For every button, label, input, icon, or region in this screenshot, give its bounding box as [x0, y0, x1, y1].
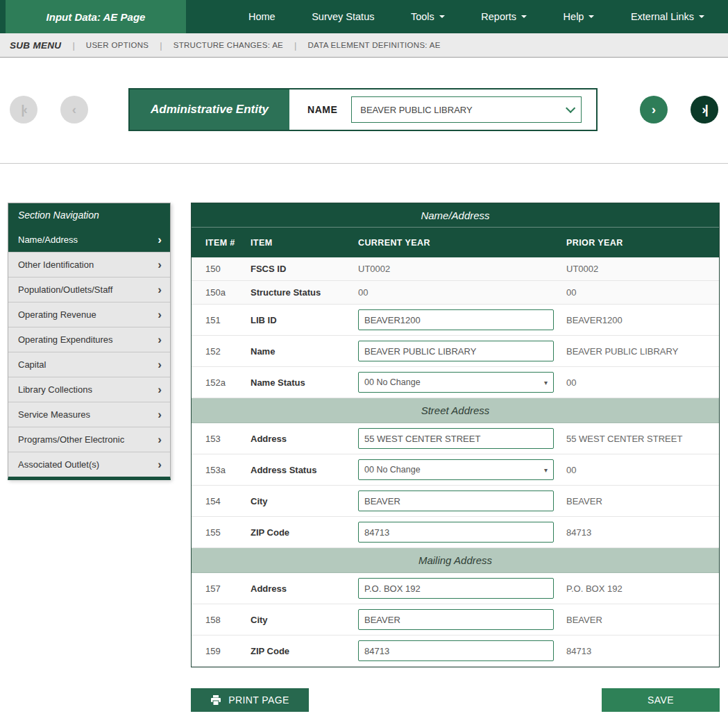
prior-year-value: 00	[566, 287, 719, 298]
skip-to-last-icon: ›|	[702, 102, 707, 117]
sidebar-item-operating-expenditures[interactable]: Operating Expenditures›	[8, 327, 170, 352]
section-nav-title-text: Section Navigation	[18, 210, 99, 221]
sidebar-item-service-measures[interactable]: Service Measures›	[8, 402, 170, 427]
chevron-left-icon: ‹	[72, 102, 76, 117]
item-label: FSCS ID	[251, 264, 358, 274]
separator: |	[160, 40, 162, 51]
caret-down-icon	[521, 15, 527, 18]
item-number: 154	[205, 496, 251, 506]
sidebar-item-label: Service Measures	[18, 409, 90, 420]
prior-year-value: BEAVER	[566, 615, 719, 625]
item-label: LIB ID	[251, 315, 358, 325]
entity-name-select[interactable]: BEAVER PUBLIC LIBRARY	[351, 96, 582, 123]
section-header-street-address: Street Address	[192, 398, 719, 423]
submenu-item-structure-changes-ae[interactable]: STRUCTURE CHANGES: AE	[173, 41, 283, 49]
sidebar-item-label: Population/Outlets/Staff	[18, 284, 112, 295]
item-number: 159	[205, 646, 251, 656]
first-record-button[interactable]: |‹	[10, 96, 37, 123]
item-label: Address Status	[251, 465, 358, 475]
previous-record-button[interactable]: ‹	[60, 96, 88, 123]
chevron-right-icon: ›	[158, 459, 162, 470]
top-nav: Input Data: AE Page HomeSurvey StatusToo…	[0, 0, 728, 33]
print-page-button[interactable]: PRINT PAGE	[191, 688, 309, 712]
chevron-right-icon: ›	[652, 102, 656, 117]
caret-down-icon: ▾	[544, 466, 548, 474]
current-year-cell: UT0002	[358, 264, 566, 274]
current-year-input[interactable]	[358, 428, 554, 449]
sidebar-item-library-collections[interactable]: Library Collections›	[8, 377, 170, 402]
item-number: 150	[205, 264, 251, 274]
item-label: Name	[251, 346, 358, 357]
separator: |	[72, 40, 74, 51]
table-row: 159ZIP Code84713	[192, 636, 719, 667]
section-navigation: Section Navigation Name/Address›Other Id…	[8, 203, 171, 480]
sidebar-item-other-identification[interactable]: Other Identification›	[8, 252, 170, 277]
current-year-select[interactable]: 00 No Change▾	[358, 372, 554, 393]
current-year-input[interactable]	[358, 491, 554, 511]
sidebar-item-operating-revenue[interactable]: Operating Revenue›	[8, 302, 170, 327]
current-year-cell	[358, 578, 566, 599]
current-year-input[interactable]	[358, 341, 554, 361]
current-year-value: 00	[358, 287, 368, 298]
current-year-input[interactable]	[358, 522, 554, 543]
sidebar-item-capital[interactable]: Capital›	[8, 352, 170, 377]
current-year-cell	[358, 640, 566, 661]
nav-item-tools[interactable]: Tools	[411, 11, 445, 22]
item-label: Structure Status	[251, 287, 358, 298]
nav-item-input-data-ae-page[interactable]: Input Data: AE Page	[6, 0, 186, 33]
sidebar-item-label: Associated Outlet(s)	[18, 459, 99, 470]
entity-type-label: Administrative Entity	[130, 89, 289, 130]
section-nav-title: Section Navigation	[8, 203, 170, 227]
record-nav-right: › ›|	[640, 96, 718, 123]
chevron-right-icon: ›	[158, 284, 162, 296]
table-row: 153aAddress Status00 No Change▾00	[192, 454, 719, 486]
nav-item-survey-status[interactable]: Survey Status	[312, 11, 374, 22]
save-button[interactable]: SAVE	[602, 688, 720, 712]
current-year-input[interactable]	[358, 309, 554, 330]
last-record-button[interactable]: ›|	[691, 96, 718, 123]
item-label: City	[251, 496, 358, 506]
nav-item-reports[interactable]: Reports	[481, 11, 527, 22]
nav-item-help[interactable]: Help	[564, 11, 595, 22]
table-row: 157AddressP.O. BOX 192	[192, 573, 719, 604]
submenu-item-data-element-definitions-ae[interactable]: DATA ELEMENT DEFINITIONS: AE	[307, 41, 440, 49]
current-year-input[interactable]	[358, 640, 554, 661]
sidebar-item-associated-outlet-s[interactable]: Associated Outlet(s)›	[8, 452, 170, 477]
sidebar-item-population-outlets-staff[interactable]: Population/Outlets/Staff›	[8, 277, 170, 302]
item-number: 150a	[205, 287, 251, 298]
caret-down-icon: ▾	[544, 379, 548, 386]
sidebar-item-label: Library Collections	[18, 384, 92, 395]
submenu-item-user-options[interactable]: USER OPTIONS	[86, 41, 149, 49]
current-year-cell	[358, 609, 566, 630]
chevron-right-icon: ›	[158, 384, 162, 395]
current-year-select[interactable]: 00 No Change▾	[358, 459, 554, 480]
chevron-right-icon: ›	[158, 309, 162, 321]
current-year-input[interactable]	[358, 609, 554, 630]
prior-year-value: 00	[566, 465, 719, 475]
prior-year-value: 00	[566, 377, 719, 388]
select-value: 00 No Change	[364, 377, 421, 387]
next-record-button[interactable]: ›	[640, 96, 668, 123]
prior-year-value: BEAVER PUBLIC LIBRARY	[566, 346, 719, 357]
item-label: City	[251, 615, 358, 625]
item-label: ZIP Code	[251, 646, 358, 656]
printer-icon	[210, 695, 221, 706]
nav-item-home[interactable]: Home	[248, 11, 276, 22]
name-label: NAME	[307, 104, 337, 115]
submenu-items: |USER OPTIONS|STRUCTURE CHANGES: AE|DATA…	[61, 40, 440, 51]
table-row: 151LIB IDBEAVER1200	[192, 305, 719, 336]
sidebar-item-name-address[interactable]: Name/Address›	[8, 227, 170, 252]
chevron-right-icon: ›	[158, 434, 162, 445]
nav-item-label: Survey Status	[312, 11, 374, 22]
sidebar-item-programs-other-electronic[interactable]: Programs/Other Electronic›	[8, 427, 170, 452]
current-year-input[interactable]	[358, 578, 554, 599]
separator: |	[294, 40, 296, 51]
nav-item-external-links[interactable]: External Links	[631, 11, 704, 22]
col-prior-year: PRIOR YEAR	[566, 238, 719, 248]
sidebar-item-label: Programs/Other Electronic	[18, 434, 124, 445]
table-row: 153Address55 WEST CENTER STREET	[192, 423, 719, 454]
save-label: SAVE	[647, 694, 674, 706]
current-year-cell: 00 No Change▾	[358, 372, 566, 393]
nav-item-label: External Links	[631, 11, 694, 22]
caret-down-icon	[439, 15, 445, 18]
